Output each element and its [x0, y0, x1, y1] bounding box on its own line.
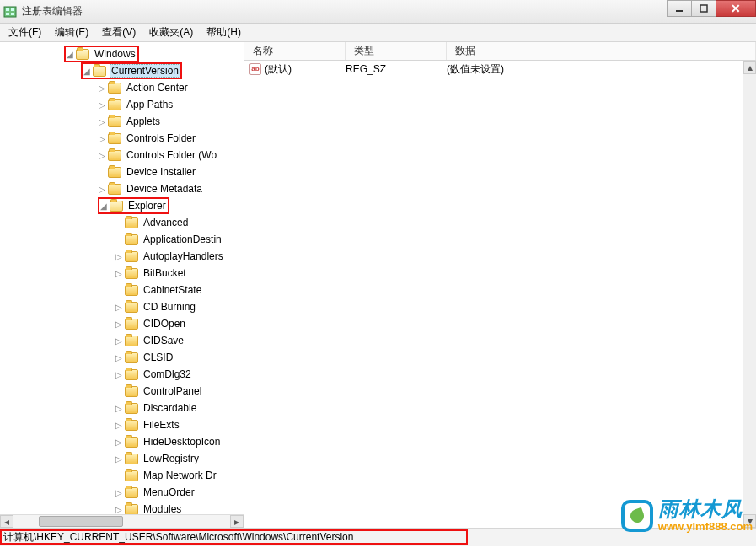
expander-icon[interactable]: ▷ [98, 117, 106, 126]
expander-icon[interactable]: ▷ [115, 303, 123, 312]
expander-icon[interactable]: ▷ [115, 454, 123, 464]
cell-name: ab (默认) [249, 62, 346, 77]
close-icon: ✕ [731, 2, 741, 15]
tree-node-application-destin[interactable]: ▷ApplicationDestin [0, 231, 244, 248]
menu-favorites[interactable]: 收藏夹(A) [142, 24, 200, 41]
close-button[interactable]: ✕ [716, 0, 756, 17]
tree-label: AutoplayHandlers [142, 250, 225, 263]
tree-node-controls-folder[interactable]: ▷Controls Folder [0, 130, 244, 147]
expander-icon[interactable]: ▷ [115, 438, 123, 447]
expander-icon[interactable]: ▷ [98, 151, 106, 160]
titlebar: 注册表编辑器 ✕ [0, 0, 756, 24]
minimize-button[interactable] [667, 0, 692, 17]
statusbar-path: 计算机\HKEY_CURRENT_USER\Software\Microsoft… [3, 530, 353, 545]
tree-label: Applets [125, 115, 162, 128]
tree-scroll[interactable]: ◢ Windows ◢ CurrentVersion ▷Action Cente… [0, 42, 244, 514]
list-vertical-scrollbar[interactable]: ▴ ▾ [743, 61, 756, 528]
tree-label: CIDSave [142, 334, 185, 347]
tree-label: HideDesktopIcon [142, 435, 222, 448]
scroll-thumb[interactable] [39, 516, 123, 527]
tree-label: Discardable [142, 401, 198, 415]
folder-icon [125, 386, 138, 397]
expander-icon[interactable]: ◢ [99, 201, 108, 211]
tree-node-lowregistry[interactable]: ▷LowRegistry [0, 450, 244, 467]
svg-rect-1 [6, 8, 9, 11]
scroll-left-icon[interactable]: ◂ [0, 515, 13, 528]
menubar: 文件(F) 编辑(E) 查看(V) 收藏夹(A) 帮助(H) [0, 24, 756, 42]
tree-node-currentversion[interactable]: ◢ CurrentVersion [0, 62, 244, 79]
tree-horizontal-scrollbar[interactable]: ◂ ▸ [0, 514, 244, 528]
menu-help[interactable]: 帮助(H) [200, 24, 248, 41]
scroll-track[interactable] [13, 515, 230, 528]
tree-label: Action Center [125, 81, 190, 94]
tree-node-menuorder[interactable]: ▷MenuOrder [0, 484, 244, 501]
column-type[interactable]: 类型 [346, 42, 447, 60]
statusbar: 计算机\HKEY_CURRENT_USER\Software\Microsoft… [0, 528, 756, 546]
scroll-right-icon[interactable]: ▸ [230, 515, 244, 528]
list-row[interactable]: ab (默认) REG_SZ (数值未设置) [244, 61, 756, 78]
menu-view[interactable]: 查看(V) [95, 24, 142, 41]
tree-node-applets[interactable]: ▷Applets [0, 113, 244, 130]
tree-label: ComDlg32 [142, 368, 193, 381]
folder-icon [108, 133, 121, 144]
expander-icon[interactable]: ▷ [115, 421, 123, 430]
column-data[interactable]: 数据 [447, 42, 756, 60]
tree-node-advanced[interactable]: ▷Advanced [0, 214, 244, 231]
tree-node-app-paths[interactable]: ▷App Paths [0, 96, 244, 113]
menu-file[interactable]: 文件(F) [2, 24, 48, 41]
tree-label: CIDOpen [142, 317, 187, 330]
expander-icon[interactable]: ▷ [115, 505, 123, 514]
tree-node-cd-burning[interactable]: ▷CD Burning [0, 298, 244, 315]
column-name[interactable]: 名称 [244, 42, 346, 60]
tree-node-device-installer[interactable]: ▷Device Installer [0, 164, 244, 180]
expander-icon[interactable]: ▷ [115, 370, 123, 379]
tree-label: CLSID [142, 351, 174, 364]
tree-node-controls-folder-wo[interactable]: ▷Controls Folder (Wo [0, 147, 244, 164]
tree-node-explorer[interactable]: ◢ Explorer [0, 197, 244, 214]
scroll-down-icon[interactable]: ▾ [743, 514, 756, 528]
expander-icon[interactable]: ▷ [115, 404, 123, 413]
expander-icon[interactable]: ▷ [115, 336, 123, 346]
svg-rect-4 [11, 13, 14, 15]
tree-node-cabinet-state[interactable]: ▷CabinetState [0, 282, 244, 298]
expander-icon[interactable]: ▷ [98, 185, 106, 194]
expander-icon[interactable]: ▷ [115, 353, 123, 362]
cell-data: (数值未设置) [447, 62, 756, 77]
scroll-track[interactable] [743, 74, 756, 514]
regedit-icon [3, 5, 17, 19]
tree-label: MenuOrder [142, 486, 196, 499]
svg-rect-2 [6, 13, 9, 15]
scroll-up-icon[interactable]: ▴ [743, 61, 756, 74]
tree-node-action-center[interactable]: ▷Action Center [0, 79, 244, 96]
maximize-button[interactable] [691, 0, 716, 17]
tree-node-hidedesktopicon[interactable]: ▷HideDesktopIcon [0, 433, 244, 450]
folder-icon [108, 184, 121, 195]
expander-icon[interactable]: ▷ [98, 83, 106, 93]
tree-node-fileexts[interactable]: ▷FileExts [0, 416, 244, 433]
tree-node-comdlg32[interactable]: ▷ComDlg32 [0, 366, 244, 383]
expander-icon[interactable]: ▷ [115, 319, 123, 329]
tree-node-device-metadata[interactable]: ▷Device Metadata [0, 180, 244, 197]
expander-icon[interactable]: ◢ [83, 67, 91, 76]
expander-icon[interactable]: ▷ [115, 269, 123, 278]
expander-icon[interactable]: ▷ [98, 100, 106, 110]
folder-icon [125, 268, 138, 279]
expander-icon[interactable]: ◢ [66, 50, 74, 59]
tree-node-autoplay-handlers[interactable]: ▷AutoplayHandlers [0, 248, 244, 265]
expander-icon[interactable]: ▷ [98, 134, 106, 143]
tree-node-bitbucket[interactable]: ▷BitBucket [0, 265, 244, 282]
tree-node-discardable[interactable]: ▷Discardable [0, 400, 244, 416]
tree-node-windows[interactable]: ◢ Windows [0, 46, 244, 62]
menu-edit[interactable]: 编辑(E) [48, 24, 95, 41]
tree-node-map-network-dr[interactable]: ▷Map Network Dr [0, 467, 244, 484]
tree-node-modules[interactable]: ▷Modules [0, 501, 244, 514]
expander-icon[interactable]: ▷ [115, 252, 123, 261]
tree-node-cidopen[interactable]: ▷CIDOpen [0, 315, 244, 332]
folder-icon [125, 217, 138, 228]
tree-node-clsid[interactable]: ▷CLSID [0, 349, 244, 366]
folder-icon [108, 116, 121, 127]
tree-node-cidsave[interactable]: ▷CIDSave [0, 332, 244, 349]
expander-icon[interactable]: ▷ [115, 488, 123, 497]
registry-tree: ◢ Windows ◢ CurrentVersion ▷Action Cente… [0, 46, 244, 514]
tree-node-controlpanel[interactable]: ▷ControlPanel [0, 383, 244, 400]
